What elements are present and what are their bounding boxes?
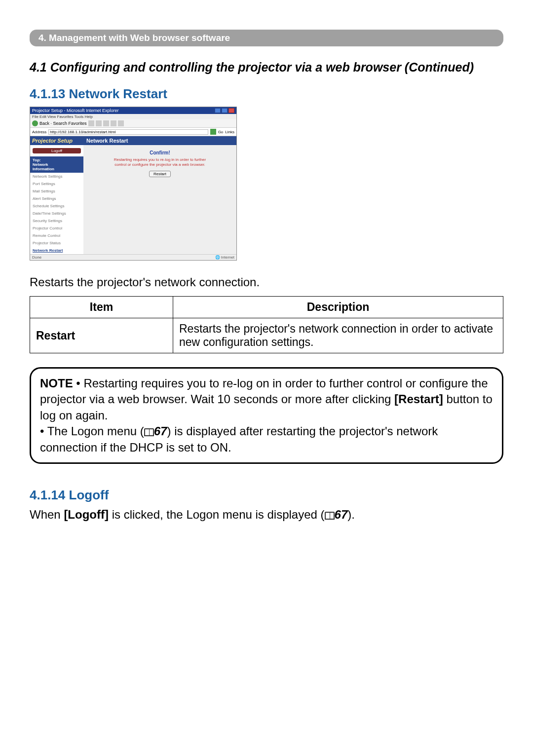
go-label: Go xyxy=(218,130,224,134)
print-icon[interactable] xyxy=(118,120,124,126)
main-panel: Network Restart Confirm! Restarting requ… xyxy=(83,136,236,254)
book-icon xyxy=(144,428,154,436)
note-bullet2a: • The Logon menu ( xyxy=(40,424,144,438)
window-titlebar: Projector Setup - Microsoft Internet Exp… xyxy=(30,107,236,114)
links-label: Links xyxy=(225,130,234,134)
toolbar-back-label: Back · Search Favorites xyxy=(39,121,87,126)
table-row: Restart Restarts the projector's network… xyxy=(30,318,503,353)
browser-toolbar: Back · Search Favorites xyxy=(30,119,236,128)
sidebar-item-alert-settings[interactable]: Alert Settings xyxy=(30,195,83,202)
chapter-header: 4. Management with Web browser software xyxy=(30,30,503,46)
logoff-text-a: When xyxy=(30,508,64,521)
address-input[interactable] xyxy=(48,129,208,135)
browser-menubar[interactable]: File Edit View Favorites Tools Help xyxy=(30,114,236,119)
confirm-heading: Confirm! xyxy=(88,150,231,155)
note-box: NOTE • Restarting requires you to re-log… xyxy=(30,367,503,464)
status-internet: Internet xyxy=(215,255,234,260)
mail-icon[interactable] xyxy=(111,120,116,126)
sidebar-item-mail-settings[interactable]: Mail Settings xyxy=(30,188,83,195)
back-icon[interactable] xyxy=(32,120,38,126)
subsection-4-1-14: 4.1.14 Logoff xyxy=(30,488,503,503)
window-controls xyxy=(215,108,234,113)
maximize-icon[interactable] xyxy=(222,108,228,113)
restart-warning: Restarting requires you to re-log in in … xyxy=(88,157,231,167)
home-icon[interactable] xyxy=(103,120,109,126)
subsection-4-1-13: 4.1.13 Network Restart xyxy=(30,86,503,102)
restart-button[interactable]: Restart xyxy=(149,171,171,177)
logoff-text: When [Logoff] is clicked, the Logon menu… xyxy=(30,508,503,522)
th-description: Description xyxy=(173,297,503,318)
logoff-button[interactable]: Logoff xyxy=(33,148,81,153)
logoff-text-c: is clicked, the Logon menu is displayed … xyxy=(109,508,325,521)
sidebar-item-datetime-settings[interactable]: Date/Time Settings xyxy=(30,210,83,217)
td-item: Restart xyxy=(30,318,173,353)
sidebar-item-projector-status[interactable]: Projector Status xyxy=(30,239,83,247)
sidebar-title: Projector Setup xyxy=(30,136,83,145)
address-label: Address xyxy=(32,130,46,134)
note-page-ref: 67 xyxy=(154,424,167,438)
sidebar-item-network-restart[interactable]: Network Restart xyxy=(30,247,83,254)
logoff-bold: [Logoff] xyxy=(64,508,109,521)
stop-icon[interactable] xyxy=(88,120,94,126)
note-restart-bold: [Restart] xyxy=(394,392,443,406)
address-bar: Address Go Links xyxy=(30,128,236,136)
sidebar-item-security-settings[interactable]: Security Settings xyxy=(30,217,83,225)
browser-screenshot: Projector Setup - Microsoft Internet Exp… xyxy=(30,107,237,261)
main-panel-header: Network Restart xyxy=(83,136,236,145)
section-title: 4.1 Configuring and controlling the proj… xyxy=(30,60,503,75)
logoff-text-d: ). xyxy=(347,508,355,521)
book-icon xyxy=(325,512,335,520)
close-icon[interactable] xyxy=(228,108,234,113)
minimize-icon[interactable] xyxy=(215,108,221,113)
td-description: Restarts the projector's network connect… xyxy=(173,318,503,353)
sidebar-item-projector-control[interactable]: Projector Control xyxy=(30,225,83,232)
intro-text: Restarts the projector's network connect… xyxy=(30,275,503,289)
note-label: NOTE xyxy=(40,377,73,390)
logoff-page-ref: 67 xyxy=(335,508,348,521)
sidebar-item-schedule-settings[interactable]: Schedule Settings xyxy=(30,202,83,210)
sidebar-top-info[interactable]: Top: Network Information xyxy=(30,156,83,173)
refresh-icon[interactable] xyxy=(96,120,102,126)
sidebar-item-port-settings[interactable]: Port Settings xyxy=(30,180,83,188)
th-item: Item xyxy=(30,297,173,318)
status-done: Done xyxy=(32,255,41,260)
window-title: Projector Setup - Microsoft Internet Exp… xyxy=(32,108,119,113)
go-icon[interactable] xyxy=(210,129,216,135)
sidebar: Projector Setup Logoff Top: Network Info… xyxy=(30,136,83,254)
sidebar-item-network-settings[interactable]: Network Settings xyxy=(30,173,83,180)
browser-statusbar: Done Internet xyxy=(30,254,236,260)
sidebar-item-remote-control[interactable]: Remote Control xyxy=(30,232,83,239)
item-description-table: Item Description Restart Restarts the pr… xyxy=(30,296,503,353)
